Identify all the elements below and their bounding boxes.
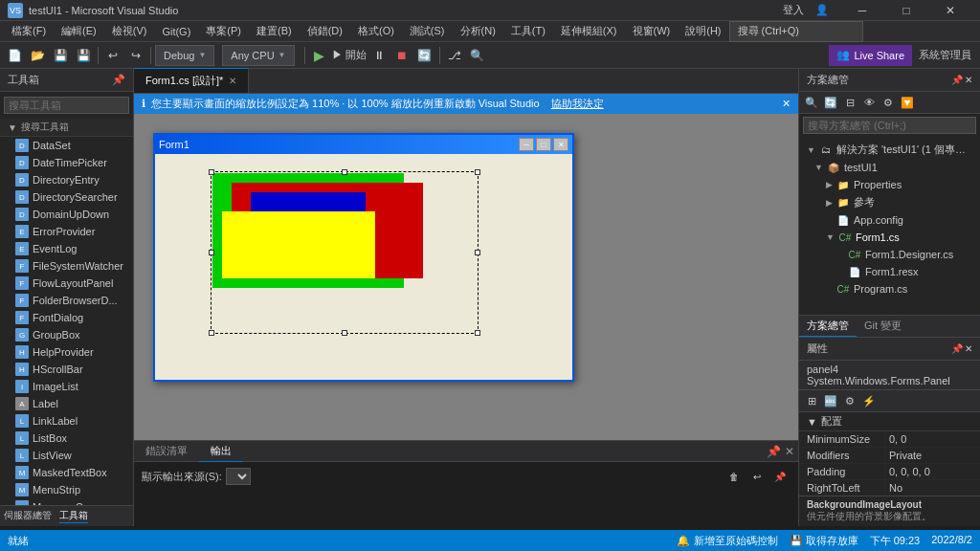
toolbox-item-filesystemwatcher[interactable]: F FileSystemWatcher bbox=[0, 257, 133, 275]
search-btn[interactable]: 🔍 bbox=[467, 45, 488, 66]
handle-tl[interactable] bbox=[209, 169, 214, 175]
toolbox-item-listview[interactable]: L ListView bbox=[0, 447, 133, 464]
toolbox-item-hscrollbar[interactable]: H HScrollBar bbox=[0, 361, 133, 378]
se-show-all-btn[interactable]: 👁 bbox=[860, 94, 878, 111]
tab-form1-design[interactable]: Form1.cs [設計]* ✕ bbox=[134, 68, 249, 93]
design-area[interactable]: Form1 ─ □ ✕ bbox=[134, 114, 798, 440]
tab-output[interactable]: 輸出 bbox=[199, 441, 243, 462]
prop-val-minimumsize[interactable]: 0, 0 bbox=[885, 431, 980, 447]
redo-btn[interactable]: ↪ bbox=[125, 45, 146, 66]
handle-bl[interactable] bbox=[209, 330, 214, 336]
save-all-btn[interactable]: 💾 bbox=[73, 45, 94, 66]
tab-solution-explorer-small[interactable]: 方案總管 bbox=[799, 316, 857, 337]
se-close-icon[interactable]: ✕ bbox=[965, 75, 972, 85]
props-close-icon[interactable]: ✕ bbox=[965, 343, 972, 354]
debug-mode-dropdown[interactable]: Debug ▼ bbox=[155, 45, 214, 66]
menu-edit[interactable]: 編輯(E) bbox=[54, 21, 104, 42]
output-word-wrap-btn[interactable]: ↩ bbox=[746, 466, 768, 487]
menu-file[interactable]: 檔案(F) bbox=[4, 21, 54, 42]
tree-references[interactable]: ▶ 📁 參考 bbox=[799, 193, 980, 211]
props-show-events-btn[interactable]: ⚡ bbox=[860, 392, 878, 409]
manage-sys-btn[interactable]: 系統管理員 bbox=[914, 45, 976, 66]
toolbox-item-label[interactable]: A Label bbox=[0, 395, 133, 412]
pause-btn[interactable]: ⏸ bbox=[368, 45, 390, 66]
menu-test[interactable]: 測試(S) bbox=[402, 21, 453, 42]
live-share-button[interactable]: 👥 Live Share bbox=[829, 45, 912, 66]
info-link[interactable]: 協助我決定 bbox=[551, 97, 604, 111]
props-show-props-btn[interactable]: ⚙ bbox=[841, 392, 858, 409]
close-button[interactable]: ✕ bbox=[928, 0, 972, 21]
handle-bc[interactable] bbox=[342, 330, 347, 336]
toolbox-item-menustrip[interactable]: M MenuStrip bbox=[0, 481, 133, 498]
se-refresh-btn[interactable]: 🔄 bbox=[822, 94, 839, 111]
stop-btn[interactable]: ⏹ bbox=[391, 45, 412, 66]
menu-tools[interactable]: 工具(T) bbox=[503, 21, 553, 42]
toolbox-item-folderbrowserdialog[interactable]: F FolderBrowserD... bbox=[0, 292, 133, 309]
output-close-icon[interactable]: ✕ bbox=[785, 445, 794, 458]
output-pin-btn[interactable]: 📌 bbox=[769, 466, 791, 487]
se-pin-icon[interactable]: 📌 bbox=[951, 75, 963, 85]
se-settings-btn[interactable]: ⚙ bbox=[880, 94, 897, 111]
menu-search[interactable]: 搜尋 (Ctrl+Q) bbox=[729, 21, 863, 42]
toolbox-item-directoryentry[interactable]: D DirectoryEntry bbox=[0, 171, 133, 188]
props-sort-category-btn[interactable]: ⊞ bbox=[803, 392, 820, 409]
toolbox-item-fontdialog[interactable]: F FontDialog bbox=[0, 309, 133, 326]
prop-val-modifiers[interactable]: Private bbox=[885, 448, 980, 463]
se-search-btn[interactable]: 🔍 bbox=[803, 94, 820, 111]
toolbox-item-linklabel[interactable]: L LinkLabel bbox=[0, 412, 133, 430]
menu-help[interactable]: 說明(H) bbox=[678, 21, 728, 42]
handle-br[interactable] bbox=[475, 330, 480, 336]
solution-search-input[interactable] bbox=[803, 117, 976, 134]
status-save[interactable]: 💾 取得存放庫 bbox=[790, 534, 858, 548]
prop-val-righttoleft[interactable]: No bbox=[885, 480, 980, 496]
toolbox-item-dataset[interactable]: D DataSet bbox=[0, 137, 133, 154]
output-clear-btn[interactable]: 🗑 bbox=[724, 466, 745, 487]
props-sort-alpha-btn[interactable]: 🔤 bbox=[822, 392, 839, 409]
info-close-icon[interactable]: ✕ bbox=[782, 98, 791, 110]
maximize-button[interactable]: □ bbox=[884, 0, 928, 21]
login-text[interactable]: 登入 bbox=[783, 3, 804, 17]
git-btn[interactable]: ⎇ bbox=[444, 45, 465, 66]
menu-build[interactable]: 建置(B) bbox=[249, 21, 300, 42]
tree-programcs[interactable]: ▶ C# Program.cs bbox=[799, 280, 980, 298]
save-btn[interactable]: 💾 bbox=[50, 45, 71, 66]
toolbox-search-input[interactable] bbox=[4, 97, 129, 114]
menu-format[interactable]: 格式(O) bbox=[350, 21, 402, 42]
toolbox-item-helpprovider[interactable]: H HelpProvider bbox=[0, 343, 133, 361]
form-body[interactable] bbox=[155, 154, 557, 364]
toolbox-item-flowlayoutpanel[interactable]: F FlowLayoutPanel bbox=[0, 275, 133, 292]
status-vcs[interactable]: 🔔 新增至原始碼控制 bbox=[677, 534, 777, 548]
new-file-btn[interactable]: 📄 bbox=[4, 45, 25, 66]
tab-server-explorer[interactable]: 伺服器總管 bbox=[4, 509, 52, 523]
toolbox-item-messagequeue[interactable]: M MessageQueue bbox=[0, 498, 133, 505]
se-collapse-btn[interactable]: ⊟ bbox=[841, 94, 858, 111]
handle-ml[interactable] bbox=[209, 250, 214, 255]
tab-toolbox[interactable]: 工具箱 bbox=[59, 509, 88, 523]
toolbox-item-listbox[interactable]: L ListBox bbox=[0, 430, 133, 447]
menu-extensions[interactable]: 延伸模組(X) bbox=[553, 21, 625, 42]
tree-appconfig[interactable]: ▶ 📄 App.config bbox=[799, 211, 980, 229]
menu-project[interactable]: 專案(P) bbox=[198, 21, 249, 42]
tree-form1resx[interactable]: ▶ 📄 Form1.resx bbox=[799, 263, 980, 280]
menu-debug[interactable]: 偵錯(D) bbox=[300, 21, 350, 42]
platform-dropdown[interactable]: Any CPU ▼ bbox=[222, 45, 294, 66]
output-source-dropdown[interactable] bbox=[226, 468, 251, 485]
tab-git-changes[interactable]: Git 變更 bbox=[857, 316, 909, 337]
handle-tc[interactable] bbox=[342, 169, 347, 175]
toolbox-item-domainupdown[interactable]: D DomainUpDown bbox=[0, 206, 133, 223]
undo-btn[interactable]: ↩ bbox=[102, 45, 123, 66]
open-file-btn[interactable]: 📂 bbox=[27, 45, 48, 66]
menu-view[interactable]: 檢視(V) bbox=[104, 21, 155, 42]
toolbox-pin-icon[interactable]: 📌 bbox=[112, 74, 125, 86]
toolbox-item-directorysearcher[interactable]: D DirectorySearcher bbox=[0, 188, 133, 206]
toolbox-item-groupbox[interactable]: G GroupBox bbox=[0, 326, 133, 343]
form-min-btn[interactable]: ─ bbox=[519, 138, 534, 151]
toolbox-item-imagelist[interactable]: I ImageList bbox=[0, 378, 133, 395]
tree-form1cs[interactable]: ▼ C# Form1.cs bbox=[799, 229, 980, 246]
handle-tr[interactable] bbox=[475, 169, 480, 175]
se-filter-btn[interactable]: 🔽 bbox=[899, 94, 916, 111]
tree-form1designer[interactable]: ▶ C# Form1.Designer.cs bbox=[799, 246, 980, 263]
tree-solution[interactable]: ▼ 🗂 解決方案 'testUI1' (1 個專案，共 1 個) bbox=[799, 141, 980, 159]
toolbox-item-errorprovider[interactable]: E ErrorProvider bbox=[0, 223, 133, 240]
tree-properties[interactable]: ▶ 📁 Properties bbox=[799, 176, 980, 193]
